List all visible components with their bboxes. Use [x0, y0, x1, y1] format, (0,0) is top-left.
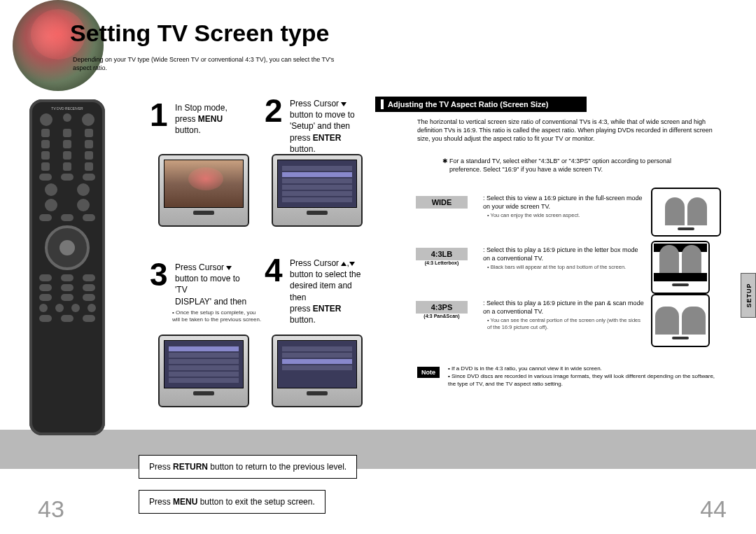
- star-note: For a standard TV, select either "4:3LB"…: [442, 157, 694, 174]
- side-tab-setup: SETUP: [741, 273, 756, 318]
- step-2-number: 2: [265, 97, 283, 125]
- mode-43lb-label: 4:3LB: [416, 248, 468, 260]
- tv-thumb-2: [272, 154, 363, 227]
- page-subtitle: Depending on your TV type (Wide Screen T…: [73, 56, 346, 72]
- step-3: 3 Press Cursor button to move to 'TV DIS…: [150, 260, 252, 307]
- mode-43ps-desc: : Select this to play a 16:9 picture in …: [483, 300, 645, 331]
- remote-header-label: TV DVD RECEIVER: [35, 106, 99, 111]
- cursor-down-icon: [226, 266, 232, 270]
- section-body-text: The horizontal to vertical screen size r…: [417, 118, 720, 143]
- page-number-right: 44: [700, 496, 727, 523]
- mini-tv-43lb: [651, 241, 710, 294]
- note-chip: Note: [417, 367, 440, 378]
- cursor-down-icon: [349, 262, 355, 266]
- step-2-text: Press Cursor button to move to 'Setup' a…: [290, 98, 367, 155]
- tv-thumb-1: [158, 154, 249, 227]
- step-1: 1 In Stop mode, press MENU button.: [150, 101, 252, 136]
- tv-thumb-4: [272, 335, 363, 407]
- step-2: 2 Press Cursor button to move to 'Setup'…: [265, 97, 367, 155]
- mode-43lb-desc: : Select this to play a 16:9 picture in …: [483, 246, 645, 271]
- step-complete-note: • Once the setup is complete, you will b…: [172, 309, 263, 323]
- mode-43lb-sub: (4:3 Letterbox): [416, 260, 468, 265]
- mini-tv-43ps: [651, 294, 710, 347]
- tv-thumb-3: [158, 335, 249, 407]
- menu-hint-box: Press MENU button to exit the setup scre…: [139, 490, 326, 514]
- page-number-left: 43: [38, 496, 64, 523]
- step-3-text: Press Cursor button to move to 'TV DISPL…: [175, 262, 252, 307]
- step-1-text: In Stop mode, press MENU button.: [175, 102, 252, 136]
- mode-wide-desc: : Select this to view a 16:9 picture in …: [483, 195, 645, 219]
- cursor-down-icon: [341, 102, 346, 106]
- section-header: Adjusting the TV Aspect Ratio (Screen Si…: [375, 97, 587, 112]
- mini-tv-wide: [651, 188, 721, 237]
- mode-43ps-label: 4:3PS: [416, 301, 468, 314]
- return-hint-box: Press RETURN button to return to the pre…: [139, 455, 357, 479]
- step-4-number: 4: [265, 256, 283, 285]
- step-1-number: 1: [150, 101, 168, 129]
- note-text: • If a DVD is in the 4:3 ratio, you cann…: [448, 365, 721, 388]
- mode-43ps-sub: (4:3 Pan&Scan): [416, 314, 468, 318]
- remote-control-illustration: TV DVD RECEIVER: [29, 99, 105, 435]
- gray-band: [0, 430, 756, 469]
- step-4-text: Press Cursor , button to select the desi…: [290, 258, 367, 325]
- step-4: 4 Press Cursor , button to select the de…: [265, 256, 367, 325]
- page-title: Setting TV Screen type: [70, 20, 329, 47]
- mode-wide-label: WIDE: [416, 196, 468, 209]
- step-3-number: 3: [150, 260, 168, 289]
